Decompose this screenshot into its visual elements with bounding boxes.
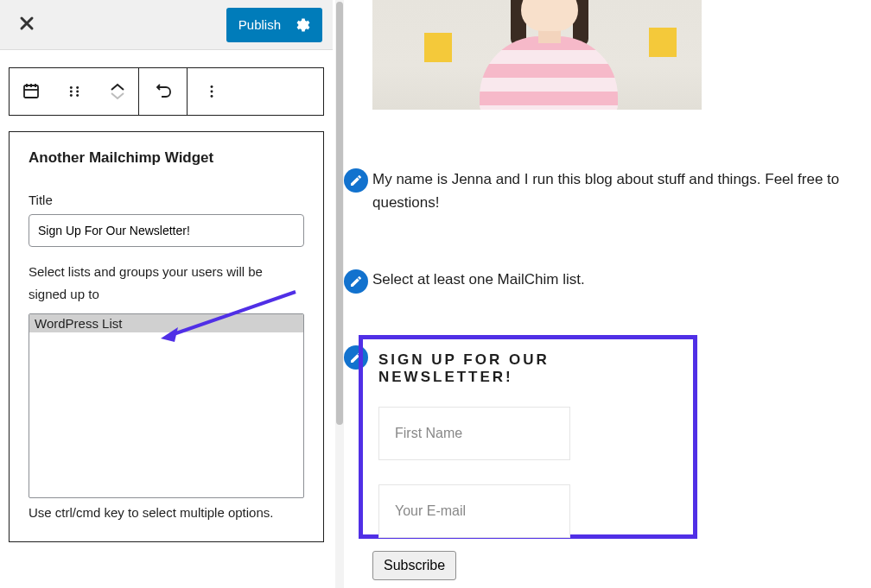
gear-icon [293, 16, 310, 34]
intro-text: My name is Jenna and I run this blog abo… [372, 168, 869, 214]
edit-badge-icon[interactable] [344, 269, 368, 294]
block-toolbar [9, 67, 324, 116]
scrollbar-thumb[interactable] [336, 2, 343, 425]
svg-rect-0 [24, 85, 38, 98]
preview-panel: My name is Jenna and I run this blog abo… [344, 0, 871, 588]
widget-heading: Another Mailchimp Widget [29, 149, 304, 167]
signup-heading: SIGN UP FOR OUR NEWSLETTER! [378, 351, 677, 386]
svg-point-9 [70, 94, 73, 97]
more-options-icon[interactable] [188, 68, 236, 115]
hero-image [372, 0, 702, 110]
svg-point-7 [70, 91, 73, 93]
lists-hint: Use ctrl/cmd key to select multiple opti… [29, 502, 304, 524]
drag-handle-icon[interactable] [53, 68, 96, 115]
warning-text: Select at least one MailChim list. [372, 271, 585, 288]
sticky-note-icon [649, 28, 677, 57]
lists-multiselect[interactable]: WordPress List [29, 313, 304, 498]
title-label: Title [29, 193, 304, 207]
svg-point-6 [76, 86, 79, 89]
scrollbar[interactable] [335, 0, 344, 588]
undo-icon[interactable] [139, 68, 188, 115]
first-name-input[interactable]: First Name [378, 407, 570, 460]
svg-point-8 [76, 91, 79, 93]
svg-point-12 [211, 91, 213, 93]
title-input[interactable] [29, 214, 304, 247]
block-type-icon[interactable] [10, 68, 53, 115]
close-icon[interactable] [19, 14, 35, 36]
email-input[interactable]: Your E-mail [378, 484, 570, 538]
widget-settings-panel: Another Mailchimp Widget Title Select li… [9, 131, 324, 542]
svg-point-13 [211, 95, 213, 98]
sidebar-header: Publish [0, 0, 333, 50]
lists-label: Select lists and groups your users will … [29, 261, 304, 305]
publish-label: Publish [238, 17, 281, 32]
list-option[interactable]: WordPress List [29, 314, 303, 332]
sticky-note-icon [424, 33, 452, 62]
svg-point-10 [76, 94, 79, 97]
edit-badge-icon[interactable] [344, 168, 368, 193]
avatar-illustration [467, 0, 632, 110]
subscribe-button[interactable]: Subscribe [372, 551, 456, 580]
move-up-down[interactable] [96, 68, 139, 115]
subscribe-label: Subscribe [384, 558, 445, 572]
signup-widget-highlight: SIGN UP FOR OUR NEWSLETTER! First Name Y… [359, 335, 697, 539]
publish-button[interactable]: Publish [226, 8, 322, 42]
email-placeholder: Your E-mail [395, 503, 466, 519]
editor-sidebar: Publish Another Mailchimp Widget Title [0, 0, 333, 588]
svg-point-5 [70, 86, 73, 89]
svg-point-11 [211, 85, 213, 88]
first-name-placeholder: First Name [395, 426, 462, 441]
